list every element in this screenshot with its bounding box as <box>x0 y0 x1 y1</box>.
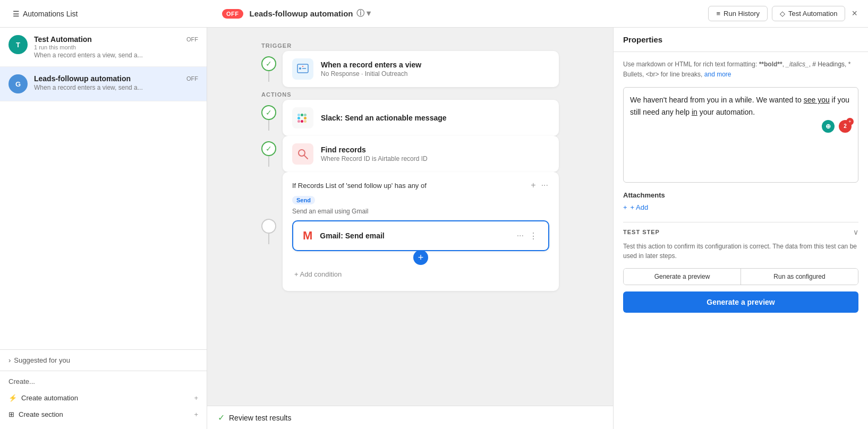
gmail-card-content: Gmail: Send email <box>320 231 508 240</box>
top-bar: ☰ Automations List OFF Leads-followup au… <box>0 0 868 28</box>
rich-text-area[interactable]: We haven't heard from you in a while. We… <box>623 87 858 183</box>
slack-icon <box>292 107 313 128</box>
condition-title: If Records List of 'send follow up' has … <box>292 182 427 190</box>
condition-circle <box>261 219 276 234</box>
action2-step: ✓ Find records Where Record ID is Airtab… <box>251 136 569 172</box>
condition-step: If Records List of 'send follow up' has … <box>251 172 569 291</box>
suggested-for-you-section[interactable]: › Suggested for you <box>0 349 207 371</box>
action2-card-subtitle: Where Record ID is Airtable record ID <box>321 155 549 162</box>
add-below-gmail: + <box>292 250 549 265</box>
gmail-more-button[interactable]: ··· <box>516 230 525 242</box>
action2-line <box>268 156 269 167</box>
trigger-card-title: When a record enters a view <box>321 61 549 69</box>
sidebar-item-leads-followup-subtitle: When a record enters a view, send a... <box>34 84 180 91</box>
top-bar-left: ☰ Automations List <box>8 7 216 20</box>
svg-rect-4 <box>297 117 300 119</box>
hint-and-more-link[interactable]: and more <box>704 71 731 78</box>
sidebar-item-leads-followup-badge: OFF <box>186 75 198 82</box>
condition-tag: Send <box>292 196 315 204</box>
trigger-label: TRIGGER <box>251 38 292 51</box>
avatar-leads-followup: G <box>8 74 28 93</box>
review-check-icon: ✓ <box>218 413 225 423</box>
sidebar-item-test-automation-title: Test Automation <box>34 35 180 44</box>
suggested-label: Suggested for you <box>14 356 70 364</box>
svg-point-3 <box>302 66 303 67</box>
sidebar-item-test-automation-info: Test Automation 1 run this month When a … <box>34 35 180 59</box>
create-section-action[interactable]: ⊞ Create section + <box>8 406 198 423</box>
create-section-label: Create section <box>19 410 63 418</box>
generate-preview-cta-button[interactable]: Generate a preview <box>623 291 858 313</box>
action1-connector: ✓ <box>261 105 276 131</box>
attachments-section: Attachments + + Add <box>623 191 858 211</box>
gmail-card[interactable]: M Gmail: Send email ··· ⋮ <box>292 220 549 251</box>
plus-circle-button[interactable]: + <box>413 250 428 265</box>
toggle-off-badge[interactable]: OFF <box>222 9 243 19</box>
see-you-text: see you <box>804 96 830 104</box>
svg-rect-5 <box>297 114 300 116</box>
sidebar-item-test-automation[interactable]: T Test Automation 1 run this month When … <box>0 28 207 67</box>
test-automation-button[interactable]: ◇ Test Automation <box>772 6 846 21</box>
automation-title: Leads-followup automation ⓘ ▾ <box>250 8 371 19</box>
trigger-card[interactable]: When a record enters a view No Response … <box>283 51 559 87</box>
action2-card[interactable]: Find records Where Record ID is Airtable… <box>283 136 559 172</box>
condition-card[interactable]: If Records List of 'send follow up' has … <box>283 172 559 291</box>
add-condition[interactable]: + Add condition <box>292 265 549 284</box>
sidebar-item-leads-followup[interactable]: G Leads-followup automation When a recor… <box>0 67 207 101</box>
generate-preview-button-top[interactable]: Generate a preview <box>624 269 741 285</box>
condition-add-button[interactable]: + <box>530 179 537 191</box>
hint-and: and <box>704 71 715 78</box>
sidebar-item-test-automation-subtitle: When a record enters a view, send a... <box>34 52 180 59</box>
run-history-button[interactable]: ≡ Run History <box>708 6 768 21</box>
attachments-title: Attachments <box>623 191 858 199</box>
test-step-collapse-icon[interactable]: ∨ <box>853 228 858 236</box>
gmail-options-button[interactable]: ⋮ <box>528 230 539 242</box>
hint-suffix: for line breaks, <box>661 71 703 78</box>
find-records-icon <box>292 143 313 165</box>
review-test-results-bar[interactable]: ✓ Review test results <box>207 406 613 429</box>
review-test-results-label: Review test results <box>229 414 291 422</box>
grid-icon: ⊞ <box>8 410 14 418</box>
add-attachment-button[interactable]: + + Add <box>623 203 648 211</box>
test-step-title: TEST STEP <box>623 229 660 235</box>
hint-prefix: Use markdown or HTML for rich text forma… <box>623 61 757 68</box>
close-button[interactable]: × <box>849 6 860 21</box>
svg-point-1 <box>299 67 301 70</box>
sidebar: T Test Automation 1 run this month When … <box>0 28 207 429</box>
trigger-line <box>268 71 269 82</box>
hint-br: <br> <box>646 71 659 78</box>
create-automation-action[interactable]: ⚡ Create automation + <box>8 390 198 406</box>
rich-text-content: We haven't heard from you in a while. We… <box>630 94 852 118</box>
main-layout: T Test Automation 1 run this month When … <box>0 28 868 429</box>
svg-line-13 <box>304 156 308 159</box>
condition-more-button[interactable]: ··· <box>540 179 549 191</box>
action2-card-title: Find records <box>321 145 549 154</box>
run-history-icon: ≡ <box>716 10 720 18</box>
top-bar-center: OFF Leads-followup automation ⓘ ▾ <box>222 8 702 19</box>
plus-icon-section: + <box>194 410 198 418</box>
properties-body: Use markdown or HTML for rich text forma… <box>614 52 868 429</box>
hint-italic: _italics_ <box>786 61 809 68</box>
svg-rect-6 <box>301 114 303 116</box>
trigger-connector: ✓ <box>261 56 276 82</box>
automations-list-button[interactable]: ☰ Automations List <box>8 7 82 20</box>
flow-container: TRIGGER ✓ <box>251 38 569 291</box>
add-attachment-label: + Add <box>631 203 649 211</box>
run-as-configured-button[interactable]: Run as configured <box>741 269 858 285</box>
condition-body: Send an email using Gmail M Gmail: Send … <box>292 208 549 284</box>
test-step-buttons: Generate a preview Run as configured <box>623 268 858 285</box>
test-step-header: TEST STEP ∨ <box>623 222 858 242</box>
condition-line <box>268 234 269 244</box>
test-step-description: Test this action to confirm its configur… <box>623 242 858 261</box>
trigger-circle: ✓ <box>261 56 276 71</box>
action1-card[interactable]: Slack: Send an actionable message <box>283 100 559 136</box>
action1-card-title: Slack: Send an actionable message <box>321 114 549 122</box>
condition-connector <box>261 219 276 244</box>
sidebar-item-test-automation-runs: 1 run this month <box>34 44 180 50</box>
svg-rect-10 <box>301 120 303 123</box>
action1-step: ✓ <box>251 100 569 136</box>
action1-line <box>268 120 269 131</box>
svg-rect-7 <box>304 114 307 116</box>
chevron-right-icon: › <box>8 356 11 364</box>
info-icon[interactable]: ⓘ ▾ <box>356 8 371 19</box>
sidebar-footer: Create... ⚡ Create automation + ⊞ Create… <box>0 371 207 429</box>
